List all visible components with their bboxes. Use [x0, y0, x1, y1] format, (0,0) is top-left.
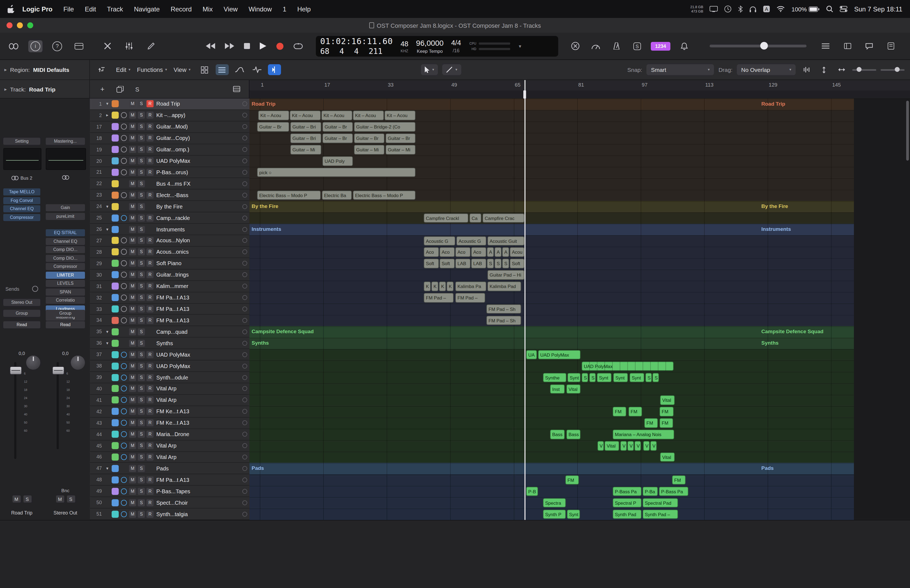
- track-on-off-button[interactable]: [121, 124, 127, 130]
- disclosure-right-icon[interactable]: ▸: [4, 67, 7, 73]
- group-button[interactable]: Group: [46, 310, 85, 317]
- region[interactable]: UAD Poly: [322, 156, 353, 166]
- record-enable-button[interactable]: R: [147, 431, 154, 438]
- region[interactable]: UAD PolyMax: [582, 361, 674, 371]
- eq-thumbnail[interactable]: [46, 148, 86, 170]
- master-volume-slider[interactable]: [710, 45, 807, 47]
- region[interactable]: Kalimba Pad: [487, 281, 521, 291]
- record-enable-button[interactable]: R: [147, 488, 154, 494]
- region[interactable]: Aco: [455, 247, 470, 257]
- record-enable-button[interactable]: R: [147, 260, 154, 267]
- input-monitor-dot[interactable]: [242, 102, 247, 107]
- playhead[interactable]: [524, 80, 525, 520]
- region[interactable]: Inst: [550, 384, 565, 394]
- record-enable-button[interactable]: R: [147, 351, 154, 358]
- region[interactable]: P-B: [526, 487, 538, 496]
- editbar-menu[interactable]: Edit▾: [116, 66, 131, 73]
- record-enable-button[interactable]: R: [147, 442, 154, 449]
- region[interactable]: Guitar – Br: [386, 134, 415, 143]
- track-row[interactable]: 1▾MSRRoad Trip: [90, 99, 249, 110]
- region[interactable]: A: [502, 247, 509, 257]
- solo-button[interactable]: S: [138, 123, 145, 131]
- region[interactable]: Electric Bass – Modo P: [257, 191, 321, 200]
- region[interactable]: FM: [659, 418, 673, 428]
- region[interactable]: Acou: [510, 247, 524, 257]
- input-monitor-dot[interactable]: [242, 170, 247, 175]
- solo-button[interactable]: S: [138, 397, 145, 404]
- mute-button[interactable]: M: [129, 226, 136, 233]
- region[interactable]: Kit – Acou: [258, 111, 289, 120]
- track-row[interactable]: 26▾MSInstruments: [90, 224, 249, 235]
- disclosure-down-icon[interactable]: ▾: [105, 466, 110, 471]
- solo-button[interactable]: S: [138, 100, 145, 108]
- folder-region-label[interactable]: Instruments: [252, 226, 281, 232]
- track-row[interactable]: 49MSRP-Bas...Tapes: [90, 486, 249, 498]
- input-monitor-dot[interactable]: [242, 136, 247, 141]
- track-row[interactable]: 47▾MSPads: [90, 463, 249, 475]
- input-monitor-dot[interactable]: [242, 227, 247, 232]
- input-source-icon[interactable]: A: [763, 5, 770, 13]
- stop-button[interactable]: [244, 43, 250, 49]
- region[interactable]: Spectra: [543, 498, 566, 507]
- region[interactable]: LAB: [455, 259, 470, 268]
- disclosure-down-icon[interactable]: ▾: [105, 341, 110, 346]
- pencil-button[interactable]: [144, 40, 158, 52]
- region[interactable]: Guitar – Mi: [290, 145, 321, 154]
- region[interactable]: Ca: [469, 213, 482, 223]
- menu-item[interactable]: Help: [297, 5, 311, 13]
- region[interactable]: Guitar – Br: [354, 134, 385, 143]
- region[interactable]: S: [589, 373, 596, 382]
- input-monitor-dot[interactable]: [242, 375, 247, 380]
- clock-icon[interactable]: [724, 5, 732, 13]
- input-monitor-dot[interactable]: [242, 500, 247, 505]
- mute-button[interactable]: M: [129, 283, 136, 290]
- region[interactable]: UA: [526, 350, 537, 359]
- folder-region-label[interactable]: Synths: [252, 340, 269, 346]
- region[interactable]: S: [652, 373, 659, 382]
- ruler[interactable]: 1173349658197113129145: [249, 80, 910, 99]
- close-window-button[interactable]: [6, 22, 13, 28]
- input-monitor-dot[interactable]: [242, 250, 247, 255]
- track-on-off-button[interactable]: [121, 499, 127, 506]
- mute-button[interactable]: M: [129, 146, 136, 153]
- region[interactable]: FM: [613, 407, 626, 417]
- track-on-off-button[interactable]: [121, 397, 127, 403]
- region[interactable]: Guitar – Mi: [386, 145, 415, 154]
- track-on-off-button[interactable]: [121, 409, 127, 415]
- plugin-slot[interactable]: Channel EQ: [46, 237, 85, 245]
- track-row[interactable]: 21MSRP-Bas...orus): [90, 167, 249, 178]
- chat-button[interactable]: [862, 40, 876, 52]
- record-enable-button[interactable]: R: [147, 157, 154, 165]
- region[interactable]: S: [645, 373, 652, 382]
- record-enable-button[interactable]: R: [147, 169, 154, 176]
- lcd-options-chevron-icon[interactable]: ▾: [519, 43, 521, 49]
- region[interactable]: UAD PolyMax: [538, 350, 580, 359]
- solo-button[interactable]: S: [138, 328, 145, 335]
- input-monitor-dot[interactable]: [242, 489, 247, 494]
- disclosure-right-icon[interactable]: ▸: [105, 113, 110, 118]
- track-on-off-button[interactable]: [121, 112, 127, 118]
- solo-button[interactable]: S: [138, 283, 145, 290]
- region[interactable]: K: [439, 281, 446, 291]
- plugin-slot[interactable]: Tape MELLO: [3, 188, 40, 195]
- menu-item[interactable]: File: [63, 5, 74, 13]
- region[interactable]: Acoustic Guit: [487, 236, 524, 246]
- region[interactable]: Spectral Pad: [643, 498, 678, 507]
- region[interactable]: Synt: [630, 373, 644, 382]
- mute-button[interactable]: M: [129, 465, 136, 472]
- track-on-off-button[interactable]: [121, 260, 127, 267]
- solo-button[interactable]: S: [138, 351, 145, 358]
- menubar-app-name[interactable]: Logic Pro: [22, 5, 53, 13]
- menu-item[interactable]: Edit: [85, 5, 96, 13]
- track-inspector-header[interactable]: ▸ Track: Road Trip: [0, 80, 90, 99]
- region[interactable]: FM Pad – Sh: [487, 316, 521, 325]
- track-row[interactable]: 18MSRGuitar...Copy): [90, 133, 249, 144]
- region[interactable]: A: [495, 247, 501, 257]
- track-on-off-button[interactable]: [121, 317, 127, 323]
- track-row[interactable]: 23MSRElectr...-Bass: [90, 190, 249, 201]
- solo-button[interactable]: S: [138, 146, 145, 153]
- cycle-button[interactable]: [294, 43, 303, 49]
- track-on-off-button[interactable]: [121, 363, 127, 369]
- input-monitor-dot[interactable]: [242, 181, 247, 186]
- track-row[interactable]: 19MSRGuitar...omp.): [90, 144, 249, 155]
